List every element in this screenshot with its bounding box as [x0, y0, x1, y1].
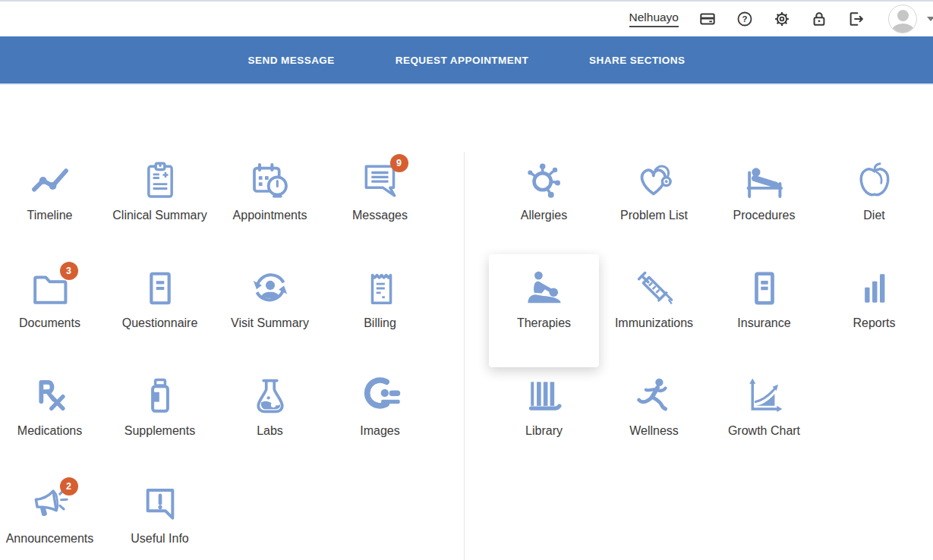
appointments-icon: [249, 159, 292, 202]
diet-icon: [853, 159, 896, 202]
grid-item-growth-chart[interactable]: Growth Chart: [709, 369, 819, 475]
grid-item-messages[interactable]: 9Messages: [325, 153, 435, 260]
grid-item-labs[interactable]: Labs: [215, 369, 325, 475]
grid-item-medications[interactable]: Medications: [0, 369, 105, 475]
labs-icon: [249, 375, 292, 417]
reports-icon: [853, 267, 896, 310]
lock-icon[interactable]: [811, 11, 827, 27]
grid-item-label: Immunizations: [615, 316, 693, 330]
useful-info-icon: [139, 483, 181, 525]
grid-item-visit-summary[interactable]: Visit Summary: [215, 261, 325, 367]
grid-item-label: Wellness: [629, 424, 679, 438]
grid-item-billing[interactable]: Billing: [325, 261, 435, 367]
grid-item-label: Labs: [257, 424, 283, 438]
wellness-icon: [633, 375, 676, 417]
portal-grid: TimelineClinical SummaryAppointments9Mes…: [0, 85, 933, 560]
grid-item-documents[interactable]: 3Documents: [0, 261, 105, 367]
grid-item-label: Useful Info: [131, 532, 188, 546]
grid-item-label: Library: [525, 424, 563, 438]
grid-item-library[interactable]: Library: [489, 369, 599, 475]
documents-icon: 3: [29, 267, 71, 310]
avatar[interactable]: [888, 5, 917, 33]
grid-item-label: Diet: [863, 209, 884, 222]
section-divider: [464, 152, 465, 560]
grid-item-problem-list[interactable]: Problem List: [599, 153, 709, 260]
grid-item-procedures[interactable]: Procedures: [709, 153, 819, 260]
request-appointment-button[interactable]: REQUEST APPOINTMENT: [396, 55, 528, 66]
notification-badge: 3: [60, 262, 78, 280]
grid-item-label: Medications: [17, 424, 82, 438]
grid-item-useful-info[interactable]: Useful Info: [105, 477, 215, 560]
grid-item-label: Therapies: [517, 316, 571, 330]
help-icon[interactable]: ?: [736, 11, 753, 27]
grid-item-images[interactable]: Images: [325, 369, 435, 475]
grid-item-label: Procedures: [733, 209, 796, 222]
announcements-icon: 2: [29, 483, 71, 525]
grid-item-label: Supplements: [125, 424, 195, 438]
notification-badge: 2: [60, 477, 78, 496]
grid-item-label: Growth Chart: [728, 424, 800, 438]
grid-item-label: Documents: [19, 316, 80, 330]
grid-item-label: Images: [360, 424, 399, 438]
grid-item-insurance[interactable]: Insurance: [709, 261, 819, 367]
grid-item-allergies[interactable]: Allergies: [489, 153, 599, 260]
grid-item-label: Clinical Summary: [112, 209, 206, 222]
insurance-icon: [743, 267, 786, 310]
growth-chart-icon: [743, 375, 786, 417]
clinical-summary-icon: [139, 159, 181, 202]
timeline-icon: [29, 159, 71, 202]
grid-item-reports[interactable]: Reports: [819, 261, 929, 367]
grid-item-label: Visit Summary: [231, 316, 309, 330]
grid-item-label: Appointments: [233, 209, 307, 222]
credit-card-icon[interactable]: [699, 11, 716, 27]
problem-list-icon: [633, 159, 676, 202]
grid-item-immunizations[interactable]: Immunizations: [599, 261, 709, 367]
visit-summary-icon: [249, 267, 292, 310]
grid-item-label: Announcements: [6, 532, 94, 546]
images-icon: [359, 375, 402, 417]
supplements-icon: [139, 375, 181, 417]
notification-badge: 9: [390, 154, 408, 172]
allergies-icon: [523, 159, 566, 202]
billing-icon: [359, 267, 402, 310]
dropdown-caret-icon[interactable]: [927, 17, 933, 21]
immunizations-icon: [633, 267, 676, 310]
grid-item-therapies[interactable]: Therapies: [489, 254, 599, 367]
grid-item-label: Questionnaire: [122, 316, 198, 330]
topbar: Nelhuayo ?: [0, 0, 933, 36]
action-bar: SEND MESSAGEREQUEST APPOINTMENTSHARE SEC…: [0, 36, 933, 85]
grid-item-questionnaire[interactable]: Questionnaire: [105, 261, 215, 367]
grid-item-label: Reports: [853, 316, 895, 330]
procedures-icon: [743, 159, 786, 202]
library-icon: [523, 375, 566, 417]
grid-item-label: Problem List: [620, 209, 688, 222]
grid-item-label: Insurance: [737, 316, 790, 330]
grid-item-label: Messages: [352, 209, 408, 222]
svg-text:?: ?: [742, 14, 748, 24]
questionnaire-icon: [139, 267, 181, 310]
grid-item-supplements[interactable]: Supplements: [105, 369, 215, 475]
grid-right-section: AllergiesProblem ListProceduresDietThera…: [489, 153, 931, 477]
grid-item-label: Allergies: [521, 209, 567, 222]
send-message-button[interactable]: SEND MESSAGE: [248, 55, 335, 66]
grid-item-wellness[interactable]: Wellness: [599, 369, 709, 475]
medications-icon: [29, 375, 71, 417]
grid-item-announcements[interactable]: 2Announcements: [0, 477, 105, 560]
grid-item-label: Timeline: [27, 209, 73, 222]
avatar-head: [897, 10, 909, 21]
grid-item-appointments[interactable]: Appointments: [215, 153, 325, 260]
therapies-icon: [523, 267, 566, 310]
grid-item-diet[interactable]: Diet: [819, 153, 929, 260]
grid-item-timeline[interactable]: Timeline: [0, 153, 105, 260]
grid-left-section: TimelineClinical SummaryAppointments9Mes…: [0, 153, 437, 560]
settings-icon[interactable]: [774, 11, 790, 27]
logout-icon[interactable]: [848, 11, 865, 27]
messages-icon: 9: [359, 159, 402, 202]
grid-item-clinical-summary[interactable]: Clinical Summary: [105, 153, 215, 260]
username-link[interactable]: Nelhuayo: [629, 11, 679, 27]
share-sections-button[interactable]: SHARE SECTIONS: [589, 55, 685, 66]
avatar-shoulders: [892, 24, 914, 33]
grid-item-label: Billing: [364, 316, 396, 330]
